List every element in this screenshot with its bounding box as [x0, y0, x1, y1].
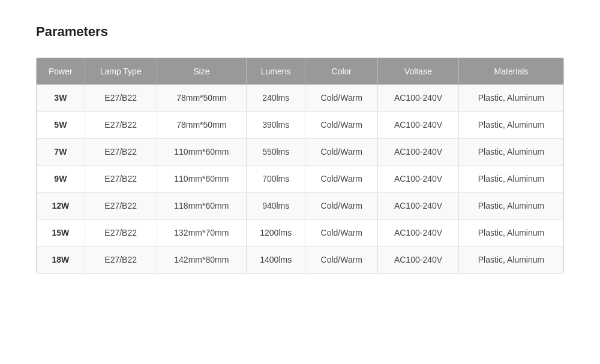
cell-materials-4: Plastic, Aluminum	[458, 192, 563, 219]
table-header: Power Lamp Type Size Lumens Color Voltas…	[37, 58, 563, 85]
cell-size-1: 78mm*50mm	[157, 112, 246, 139]
cell-voltase-1: AC100-240V	[378, 112, 459, 139]
table-row: 5WE27/B2278mm*50mm390lmsCold/WarmAC100-2…	[37, 112, 563, 139]
cell-lamp_type-3: E27/B22	[85, 166, 157, 192]
cell-lumens-3: 700lms	[246, 166, 305, 192]
cell-lamp_type-4: E27/B22	[85, 192, 157, 219]
col-header-lumens: Lumens	[246, 58, 305, 85]
cell-lamp_type-2: E27/B22	[85, 139, 157, 166]
cell-lamp_type-6: E27/B22	[85, 246, 157, 273]
header-row: Power Lamp Type Size Lumens Color Voltas…	[37, 58, 563, 85]
table-row: 18WE27/B22142mm*80mm1400lmsCold/WarmAC10…	[37, 246, 563, 273]
cell-power-5: 15W	[37, 219, 85, 246]
cell-size-5: 132mm*70mm	[157, 219, 246, 246]
cell-power-0: 3W	[37, 85, 85, 112]
col-header-size: Size	[157, 58, 246, 85]
table-body: 3WE27/B2278mm*50mm240lmsCold/WarmAC100-2…	[37, 85, 563, 273]
cell-color-2: Cold/Warm	[305, 139, 378, 166]
cell-size-4: 118mm*60mm	[157, 192, 246, 219]
cell-color-1: Cold/Warm	[305, 112, 378, 139]
cell-lumens-2: 550lms	[246, 139, 305, 166]
cell-voltase-2: AC100-240V	[378, 139, 459, 166]
cell-voltase-6: AC100-240V	[378, 246, 459, 273]
cell-color-4: Cold/Warm	[305, 192, 378, 219]
col-header-color: Color	[305, 58, 378, 85]
cell-materials-6: Plastic, Aluminum	[458, 246, 563, 273]
cell-materials-2: Plastic, Aluminum	[458, 139, 563, 166]
col-header-materials: Materials	[458, 58, 563, 85]
cell-lamp_type-5: E27/B22	[85, 219, 157, 246]
cell-lumens-0: 240lms	[246, 85, 305, 112]
cell-power-2: 7W	[37, 139, 85, 166]
cell-materials-0: Plastic, Aluminum	[458, 85, 563, 112]
table-row: 15WE27/B22132mm*70mm1200lmsCold/WarmAC10…	[37, 219, 563, 246]
cell-materials-1: Plastic, Aluminum	[458, 112, 563, 139]
table-row: 3WE27/B2278mm*50mm240lmsCold/WarmAC100-2…	[37, 85, 563, 112]
cell-color-5: Cold/Warm	[305, 219, 378, 246]
cell-color-3: Cold/Warm	[305, 166, 378, 192]
cell-size-3: 110mm*60mm	[157, 166, 246, 192]
cell-power-6: 18W	[37, 246, 85, 273]
cell-materials-5: Plastic, Aluminum	[458, 219, 563, 246]
parameters-table-wrapper: Power Lamp Type Size Lumens Color Voltas…	[36, 58, 564, 273]
cell-voltase-0: AC100-240V	[378, 85, 459, 112]
cell-voltase-4: AC100-240V	[378, 192, 459, 219]
cell-size-2: 110mm*60mm	[157, 139, 246, 166]
col-header-voltase: Voltase	[378, 58, 459, 85]
page-title: Parameters	[36, 24, 564, 40]
cell-lumens-1: 390lms	[246, 112, 305, 139]
cell-voltase-5: AC100-240V	[378, 219, 459, 246]
cell-size-6: 142mm*80mm	[157, 246, 246, 273]
col-header-power: Power	[37, 58, 85, 85]
cell-color-6: Cold/Warm	[305, 246, 378, 273]
table-row: 7WE27/B22110mm*60mm550lmsCold/WarmAC100-…	[37, 139, 563, 166]
cell-lumens-6: 1400lms	[246, 246, 305, 273]
cell-power-3: 9W	[37, 166, 85, 192]
cell-lamp_type-0: E27/B22	[85, 85, 157, 112]
cell-power-4: 12W	[37, 192, 85, 219]
cell-lumens-4: 940lms	[246, 192, 305, 219]
cell-voltase-3: AC100-240V	[378, 166, 459, 192]
parameters-table: Power Lamp Type Size Lumens Color Voltas…	[37, 58, 563, 273]
cell-lamp_type-1: E27/B22	[85, 112, 157, 139]
col-header-lamp-type: Lamp Type	[85, 58, 157, 85]
table-row: 12WE27/B22118mm*60mm940lmsCold/WarmAC100…	[37, 192, 563, 219]
cell-lumens-5: 1200lms	[246, 219, 305, 246]
table-row: 9WE27/B22110mm*60mm700lmsCold/WarmAC100-…	[37, 166, 563, 192]
cell-power-1: 5W	[37, 112, 85, 139]
cell-color-0: Cold/Warm	[305, 85, 378, 112]
cell-materials-3: Plastic, Aluminum	[458, 166, 563, 192]
cell-size-0: 78mm*50mm	[157, 85, 246, 112]
